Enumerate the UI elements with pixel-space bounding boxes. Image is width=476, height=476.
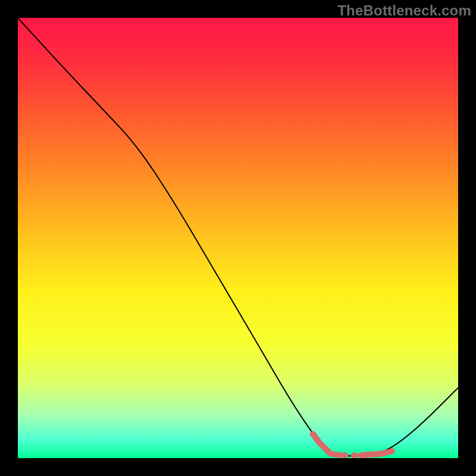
gradient-background [18,18,458,458]
watermark-text: TheBottleneck.com [337,2,471,19]
bottleneck-chart [18,18,458,458]
chart-frame [18,18,458,458]
